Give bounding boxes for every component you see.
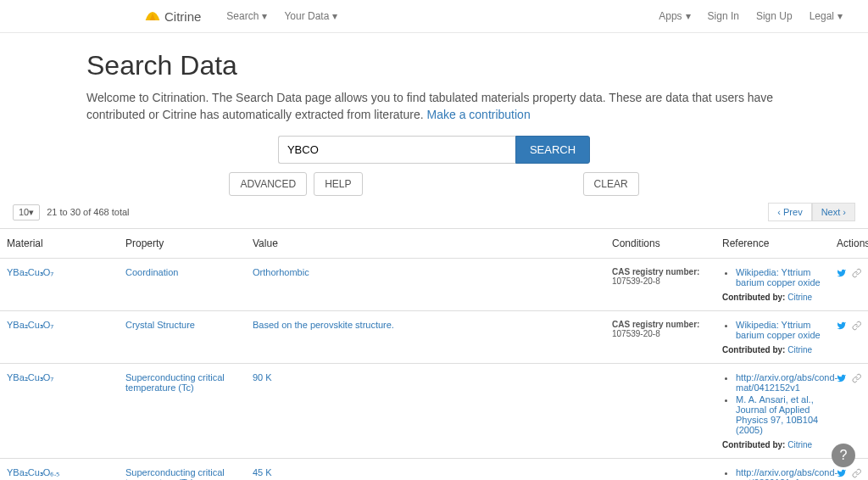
- nav-signup[interactable]: Sign Up: [748, 7, 801, 25]
- help-button[interactable]: HELP: [314, 172, 362, 196]
- value-link[interactable]: Orthorhombic: [253, 267, 309, 277]
- value-link[interactable]: Based on the perovskite structure.: [253, 320, 394, 330]
- results-table: Material Property Value Conditions Refer…: [0, 228, 868, 480]
- contributed-by: Contributed by: Citrine: [722, 345, 823, 354]
- condition-label: CAS registry number:: [612, 267, 709, 276]
- material-link[interactable]: YBa₂Cu₃O₆.₅: [7, 467, 59, 477]
- table-row: YBa₂Cu₃O₆.₅Superconducting critical temp…: [0, 459, 868, 480]
- condition-value: 107539-20-8: [612, 329, 709, 338]
- property-link[interactable]: Crystal Structure: [125, 320, 195, 330]
- caret-icon: ▾: [262, 10, 267, 22]
- reference-link[interactable]: http://arxiv.org/abs/cond-mat/0412152v1: [736, 372, 837, 393]
- caret-icon: ▾: [686, 10, 691, 22]
- contributed-by: Contributed by: Citrine: [722, 440, 823, 449]
- twitter-icon[interactable]: [837, 267, 847, 279]
- search-button[interactable]: SEARCH: [515, 136, 590, 164]
- clear-button[interactable]: CLEAR: [583, 172, 639, 196]
- page-size-select[interactable]: 10 ▾: [13, 204, 40, 220]
- caret-icon: ▾: [29, 207, 34, 218]
- results-range: 21 to 30 of 468 total: [47, 207, 129, 217]
- nav-apps[interactable]: Apps▾: [650, 7, 698, 25]
- nav-signin[interactable]: Sign In: [699, 7, 748, 25]
- contributor-link[interactable]: Citrine: [787, 293, 812, 302]
- navbar: Citrine Search▾ Your Data▾ Apps▾ Sign In…: [0, 0, 868, 33]
- condition-value: 107539-20-8: [612, 276, 709, 286]
- make-contribution-link[interactable]: Make a contribution: [427, 108, 531, 121]
- reference-link[interactable]: http://arxiv.org/abs/cond-mat/0309121v1: [736, 467, 837, 480]
- material-link[interactable]: YBa₂Cu₃O₇: [7, 267, 53, 277]
- twitter-icon[interactable]: [837, 372, 847, 384]
- col-value: Value: [246, 229, 605, 259]
- col-material: Material: [0, 229, 119, 259]
- link-icon[interactable]: [852, 372, 862, 384]
- material-link[interactable]: YBa₂Cu₃O₇: [7, 372, 53, 382]
- nav-search[interactable]: Search▾: [218, 7, 275, 25]
- reference-link[interactable]: Wikipedia: Yttrium barium copper oxide: [736, 267, 821, 287]
- table-row: YBa₂Cu₃O₇CoordinationOrthorhombicCAS reg…: [0, 259, 868, 311]
- material-link[interactable]: YBa₂Cu₃O₇: [7, 320, 53, 330]
- search-input[interactable]: [278, 136, 515, 164]
- link-icon[interactable]: [852, 320, 862, 332]
- value-link[interactable]: 45 K: [253, 467, 272, 477]
- col-conditions: Conditions: [605, 229, 715, 259]
- contributor-link[interactable]: Citrine: [787, 345, 812, 354]
- link-icon[interactable]: [852, 267, 862, 279]
- reference-link[interactable]: Wikipedia: Yttrium barium copper oxide: [736, 320, 821, 340]
- reference-link[interactable]: M. A. Ansari, et al., Journal of Applied…: [736, 394, 818, 435]
- col-reference: Reference: [715, 229, 830, 259]
- twitter-icon[interactable]: [837, 320, 847, 332]
- col-property: Property: [119, 229, 246, 259]
- table-row: YBa₂Cu₃O₇Crystal StructureBased on the p…: [0, 311, 868, 364]
- prev-page[interactable]: ‹ Prev: [768, 203, 811, 221]
- contributed-by: Contributed by: Citrine: [722, 293, 823, 302]
- contributor-link[interactable]: Citrine: [787, 440, 812, 449]
- brand-text: Citrine: [164, 9, 201, 24]
- table-row: YBa₂Cu₃O₇Superconducting critical temper…: [0, 364, 868, 459]
- twitter-icon[interactable]: [837, 467, 847, 479]
- next-page[interactable]: Next ›: [812, 203, 855, 221]
- logo[interactable]: Citrine: [144, 9, 201, 24]
- property-link[interactable]: Superconducting critical temperature (Tc…: [125, 372, 225, 393]
- page-title: Search Data: [86, 50, 782, 81]
- condition-label: CAS registry number:: [612, 320, 709, 329]
- intro-text: Welcome to Citrination. The Search Data …: [86, 90, 782, 123]
- advanced-button[interactable]: ADVANCED: [229, 172, 307, 196]
- value-link[interactable]: 90 K: [253, 372, 272, 382]
- caret-icon: ▾: [837, 10, 843, 22]
- logo-icon: [144, 10, 161, 22]
- link-icon[interactable]: [852, 467, 862, 479]
- col-actions: Actions: [830, 229, 868, 259]
- nav-legal[interactable]: Legal▾: [801, 7, 851, 25]
- nav-your-data[interactable]: Your Data▾: [275, 7, 346, 25]
- caret-icon: ▾: [332, 10, 337, 22]
- help-bubble[interactable]: ?: [832, 444, 855, 467]
- property-link[interactable]: Coordination: [125, 267, 178, 277]
- property-link[interactable]: Superconducting critical temperature (Tc…: [125, 467, 225, 480]
